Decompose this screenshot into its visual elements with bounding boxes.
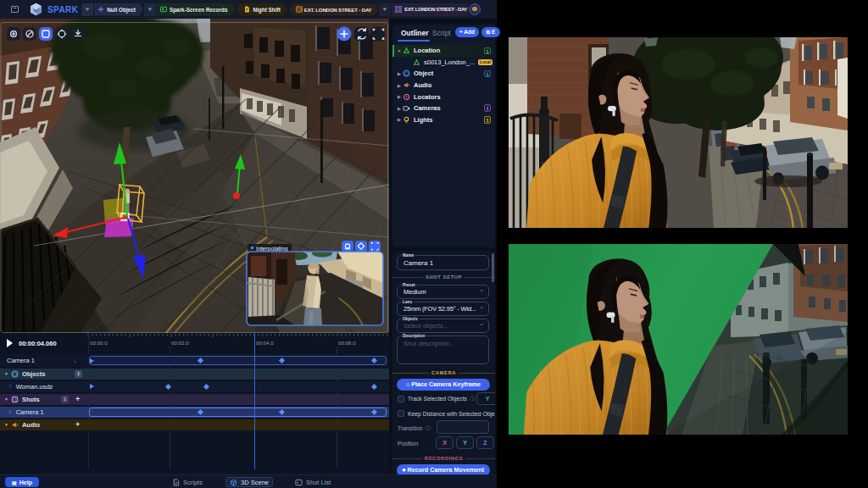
svg-text:00:02.0: 00:02.0 xyxy=(171,340,189,346)
svg-text:00:04.0: 00:04.0 xyxy=(256,340,274,346)
svg-text:00:00.0: 00:00.0 xyxy=(90,340,108,346)
svg-text:00:06.0: 00:06.0 xyxy=(338,340,356,346)
